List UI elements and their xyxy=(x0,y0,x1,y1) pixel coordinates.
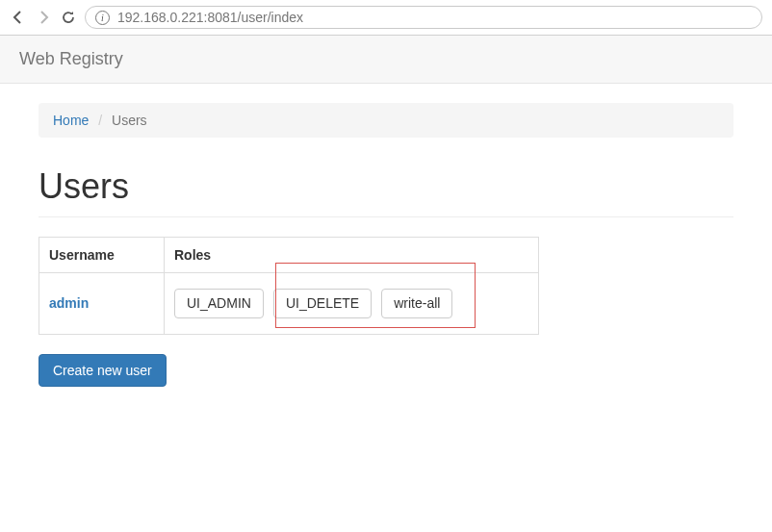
address-bar[interactable]: i 192.168.0.221:8081/user/index xyxy=(85,6,762,29)
create-user-button[interactable]: Create new user xyxy=(39,354,167,387)
col-header-username: Username xyxy=(39,238,165,273)
table-row: admin UI_ADMIN UI_DELETE write-all xyxy=(39,273,539,335)
breadcrumb: Home / Users xyxy=(39,103,733,138)
url-text: 192.168.0.221:8081/user/index xyxy=(117,10,303,25)
reload-icon[interactable] xyxy=(60,9,77,26)
app-header: Web Registry xyxy=(0,36,772,84)
breadcrumb-separator: / xyxy=(98,113,102,128)
users-table: Username Roles admin UI_ADMIN UI_DELETE … xyxy=(39,237,539,335)
table-header-row: Username Roles xyxy=(39,238,539,273)
breadcrumb-current: Users xyxy=(112,113,147,128)
role-pill-write-all: write-all xyxy=(381,289,452,318)
browser-chrome: i 192.168.0.221:8081/user/index xyxy=(0,0,772,36)
page-title: Users xyxy=(39,166,733,217)
role-pill-group: UI_ADMIN UI_DELETE write-all xyxy=(174,289,528,318)
back-icon[interactable] xyxy=(10,9,27,26)
site-info-icon[interactable]: i xyxy=(95,11,110,25)
forward-icon xyxy=(35,9,52,26)
user-link-admin[interactable]: admin xyxy=(49,295,89,311)
col-header-roles: Roles xyxy=(165,238,539,273)
breadcrumb-home[interactable]: Home xyxy=(53,113,89,128)
role-pill-ui-delete: UI_DELETE xyxy=(273,289,372,318)
role-pill-ui-admin: UI_ADMIN xyxy=(174,289,264,318)
brand-title: Web Registry xyxy=(19,49,123,68)
